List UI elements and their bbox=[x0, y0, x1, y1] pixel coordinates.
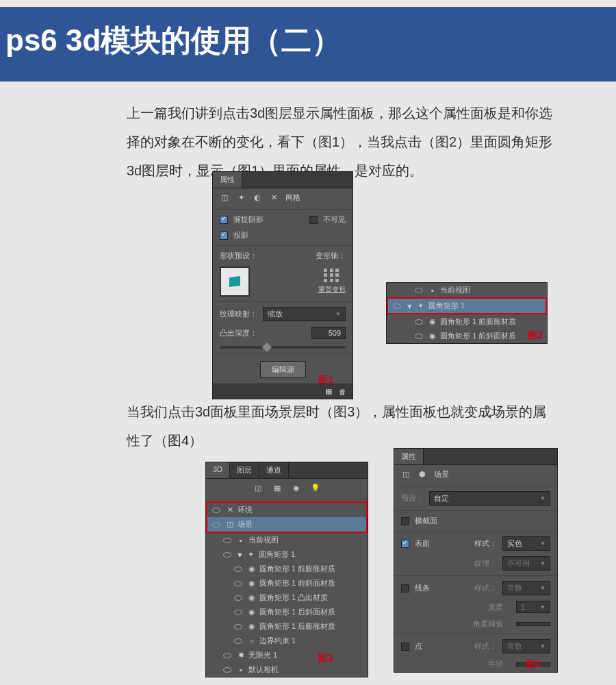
extrude-depth-input[interactable]: 509 bbox=[311, 327, 346, 339]
material-icon: ◉ bbox=[428, 317, 437, 327]
default-camera-item[interactable]: ▪默认相机 bbox=[206, 662, 368, 677]
angle-input bbox=[516, 622, 550, 626]
material-icon: ◉ bbox=[247, 564, 257, 574]
mesh-icon: ✦ bbox=[416, 301, 426, 311]
eye-icon[interactable] bbox=[393, 303, 401, 309]
radius-label: 半径： bbox=[488, 659, 511, 669]
mat-2[interactable]: ◉圆角矩形 1 前斜面材质 bbox=[206, 576, 368, 590]
material-icon: ◉ bbox=[247, 622, 257, 632]
scene-label: 场景 bbox=[434, 469, 449, 480]
layers-panel-2: ▪ 当前视图 ▼ ✦ 圆角矩形 1 ◉ 圆角矩形 1 前膨胀材质 ◉ 圆角矩形 … bbox=[386, 282, 548, 344]
cross-section-checkbox[interactable] bbox=[401, 517, 409, 525]
filter-light-icon[interactable]: 💡 bbox=[311, 483, 320, 493]
points-checkbox[interactable] bbox=[401, 643, 409, 651]
mat-4[interactable]: ◉圆角矩形 1 后斜面材质 bbox=[206, 605, 368, 619]
width-label: 宽度： bbox=[488, 602, 511, 612]
infinite-light-item[interactable]: ✸无限光 1 bbox=[206, 648, 368, 662]
eye-icon[interactable] bbox=[212, 508, 220, 513]
material-icon: ◉ bbox=[247, 593, 257, 603]
mat-1[interactable]: ◉圆角矩形 1 前膨胀材质 bbox=[206, 562, 368, 576]
invisible-label: 不可见 bbox=[323, 214, 346, 225]
deform-icon: ✦ bbox=[236, 193, 246, 203]
eye-icon[interactable] bbox=[415, 288, 423, 293]
shape-preset-thumb[interactable] bbox=[220, 266, 250, 297]
mesh-icon: ◫ bbox=[220, 193, 229, 203]
coord-icon: ✕ bbox=[269, 193, 279, 203]
surface-style-dropdown[interactable]: 实色 bbox=[502, 536, 550, 551]
angle-threshold-label: 角度阈值： bbox=[473, 619, 511, 629]
eye-icon[interactable] bbox=[223, 538, 231, 543]
mat-3[interactable]: ◉圆角矩形 1 凸出材质 bbox=[206, 590, 368, 605]
current-view-item[interactable]: ▪ 当前视图 bbox=[206, 533, 368, 547]
tab-properties[interactable]: 属性 bbox=[394, 449, 424, 464]
eye-icon[interactable] bbox=[415, 319, 423, 325]
properties-toolbar: ◫ ✦ ◐ ✕ 网格 bbox=[213, 188, 352, 207]
surface-checkbox[interactable] bbox=[401, 540, 409, 548]
edit-source-button[interactable]: 编辑源 bbox=[260, 361, 306, 378]
cast-shadow-label: 投影 bbox=[233, 230, 248, 240]
eye-icon bbox=[223, 653, 231, 658]
cross-section-label: 横截面 bbox=[415, 516, 437, 526]
camera-icon: ▪ bbox=[236, 536, 246, 545]
render-icon[interactable]: ▦ bbox=[324, 387, 333, 397]
catch-shadow-label: 捕捉阴影 bbox=[233, 214, 264, 225]
tab-channels[interactable]: 通道 bbox=[259, 462, 289, 478]
scene-item[interactable]: ◫ 场景 bbox=[207, 517, 366, 532]
rounded-rect-layer[interactable]: ▼ ✦ 圆角矩形 1 bbox=[387, 297, 547, 314]
invisible-checkbox[interactable] bbox=[309, 216, 318, 224]
preset-label: 预设： bbox=[401, 493, 424, 503]
page-title: ps6 3d模块的使用（二） bbox=[0, 7, 616, 82]
scene-icon: ◫ bbox=[225, 520, 235, 530]
deform-axis-label: 变形轴： bbox=[316, 251, 346, 261]
eye-icon bbox=[234, 595, 242, 601]
filter-material-icon[interactable]: ◉ bbox=[292, 483, 301, 493]
eye-icon bbox=[234, 624, 242, 630]
points-style-dropdown: 常数 bbox=[502, 639, 550, 653]
tab-3d[interactable]: 3D bbox=[206, 462, 230, 478]
texture-map-dropdown[interactable]: 缩放 bbox=[263, 307, 346, 321]
eye-icon bbox=[234, 638, 242, 644]
lines-checkbox[interactable] bbox=[401, 584, 409, 593]
depth-slider[interactable] bbox=[220, 346, 346, 349]
eye-icon[interactable] bbox=[223, 552, 231, 558]
filter-scene-icon[interactable]: ◫ bbox=[253, 483, 263, 493]
tab-properties[interactable]: 属性 bbox=[213, 172, 242, 188]
cast-shadow-checkbox[interactable] bbox=[220, 232, 228, 240]
rounded-rect-item[interactable]: ▼✦ 圆角矩形 1 bbox=[206, 547, 368, 562]
reset-deform-link[interactable]: 重置变形 bbox=[318, 285, 346, 295]
eye-icon bbox=[234, 610, 242, 615]
texture-map-label: 纹理映射： bbox=[220, 309, 257, 319]
figure-label-3: 图3 bbox=[318, 652, 333, 664]
material-item-1[interactable]: ◉ 圆角矩形 1 前膨胀材质 bbox=[387, 314, 547, 329]
eye-icon[interactable] bbox=[212, 522, 220, 527]
environment-item[interactable]: ✕ 环境 bbox=[207, 503, 366, 517]
cap-icon: ◐ bbox=[253, 193, 262, 203]
properties-panel-1: 属性 ◫ ✦ ◐ ✕ 网格 捕捉阴影 不可见 投影 形状预设： 变形轴： bbox=[212, 171, 353, 399]
trash-icon[interactable]: 🗑 bbox=[337, 387, 347, 397]
light-icon: ✸ bbox=[236, 651, 246, 660]
current-view-item[interactable]: ▪ 当前视图 bbox=[387, 283, 547, 297]
eye-icon bbox=[234, 581, 242, 586]
tab-layers[interactable]: 图层 bbox=[230, 462, 259, 478]
material-icon: ◉ bbox=[428, 332, 437, 341]
figure-label-2: 图2 bbox=[528, 329, 543, 342]
scene-icon: ◫ bbox=[401, 470, 411, 480]
boundary-item[interactable]: ○边界约束 1 bbox=[206, 634, 368, 648]
texture-dropdown: 不可用 bbox=[502, 556, 550, 571]
extrude-depth-label: 凸出深度： bbox=[220, 328, 257, 338]
material-item-2[interactable]: ◉ 圆角矩形 1 前斜面材质 bbox=[387, 329, 547, 343]
lines-style-label: 样式： bbox=[474, 583, 497, 593]
style-label: 样式： bbox=[474, 538, 497, 549]
mat-5[interactable]: ◉圆角矩形 1 后膨胀材质 bbox=[206, 619, 368, 634]
env-icon: ✕ bbox=[225, 506, 235, 515]
catch-shadow-checkbox[interactable] bbox=[220, 216, 228, 224]
figure-label-4: 图4 bbox=[526, 658, 541, 671]
filter-mesh-icon[interactable]: ▦ bbox=[272, 483, 282, 493]
preset-dropdown[interactable]: 自定 bbox=[429, 491, 550, 506]
scene-group: ✕ 环境 ◫ 场景 bbox=[206, 501, 368, 533]
deform-axis-grid[interactable] bbox=[324, 269, 340, 282]
points-style-label: 样式： bbox=[474, 641, 497, 651]
eye-icon[interactable] bbox=[415, 334, 423, 339]
material-icon: ◉ bbox=[247, 579, 257, 588]
eye-icon bbox=[223, 667, 231, 673]
